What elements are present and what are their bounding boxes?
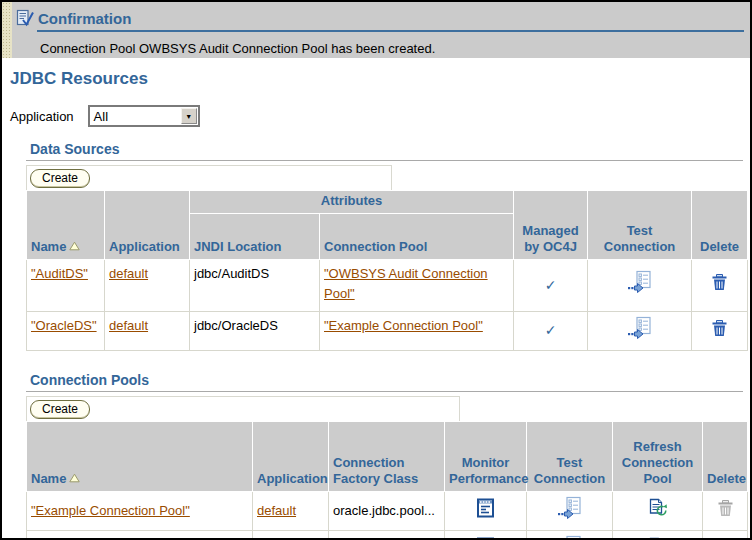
data-sources-table: Name Application Attributes Managed by O… — [26, 190, 748, 351]
refresh-connection-pool-icon[interactable] — [647, 498, 669, 519]
column-header-name[interactable]: Name — [27, 191, 105, 260]
application-link[interactable]: default — [109, 266, 148, 281]
column-header-application: Application — [105, 191, 190, 260]
column-header-application: Application — [253, 422, 329, 492]
application-link[interactable]: default — [109, 318, 148, 333]
data-sources-heading: Data Sources — [26, 141, 743, 161]
sort-ascending-icon — [69, 239, 80, 254]
connection-pool-link[interactable]: "Example Connection Pool" — [324, 318, 483, 333]
column-header-delete: Delete — [703, 422, 748, 492]
banner-divider — [37, 30, 744, 32]
application-select[interactable]: All ▼ — [88, 105, 200, 127]
table-row: "OWBSYS Audit Connection Pool" default o… — [27, 531, 748, 540]
confirmation-banner: Confirmation Connection Pool OWBSYS Audi… — [2, 2, 750, 58]
banner-title: Confirmation — [38, 10, 131, 27]
confirmation-message: Connection Pool OWBSYS Audit Connection … — [40, 41, 744, 56]
connection-pool-link[interactable]: "OWBSYS Audit Connection Pool" — [324, 266, 488, 301]
column-header-refresh-connection-pool: Refresh Connection Pool — [613, 422, 703, 492]
test-connection-icon[interactable] — [557, 535, 583, 540]
table-row: "Example Connection Pool" default oracle… — [27, 492, 748, 531]
connection-factory-class-value: oracle.jdbc.pool... — [329, 531, 445, 540]
connection-pools-heading: Connection Pools — [26, 372, 743, 392]
confirmation-document-check-icon — [16, 9, 34, 27]
column-header-test-connection: Test Connection — [527, 422, 613, 492]
connection-pools-create-button[interactable]: Create — [30, 400, 90, 419]
page-title: JDBC Resources — [10, 69, 750, 89]
sort-ascending-icon — [69, 471, 80, 486]
connection-factory-class-value: oracle.jdbc.pool... — [329, 492, 445, 531]
data-source-name-link[interactable]: "OracleDS" — [31, 318, 97, 333]
jndi-location-value: jdbc/AuditDS — [190, 260, 320, 312]
application-window: Confirmation Connection Pool OWBSYS Audi… — [0, 0, 752, 540]
application-select-value: All — [90, 109, 181, 124]
chevron-down-icon[interactable]: ▼ — [181, 108, 197, 124]
data-sources-create-button[interactable]: Create — [30, 169, 90, 188]
application-link[interactable]: default — [257, 503, 296, 518]
delete-trash-icon[interactable] — [711, 319, 728, 337]
column-header-name[interactable]: Name — [27, 422, 253, 492]
column-header-connection-pool: Connection Pool — [320, 214, 514, 260]
application-filter-label: Application — [10, 109, 74, 124]
delete-trash-icon-disabled — [717, 499, 734, 517]
column-header-managed-by-oc4j: Managed by OC4J — [514, 191, 588, 260]
data-source-name-link[interactable]: "AuditDS" — [31, 266, 88, 281]
column-header-delete: Delete — [692, 191, 748, 260]
jndi-location-value: jdbc/OracleDS — [190, 312, 320, 351]
banner-texture-strip — [2, 2, 12, 58]
monitor-performance-icon[interactable] — [476, 498, 495, 518]
table-row: "OracleDS" default jdbc/OracleDS "Exampl… — [27, 312, 748, 351]
connection-pool-name-link[interactable]: "Example Connection Pool" — [31, 503, 190, 518]
test-connection-icon[interactable] — [627, 270, 653, 294]
column-header-connection-factory-class: Connection Factory Class — [329, 422, 445, 492]
test-connection-icon[interactable] — [627, 316, 653, 340]
column-header-jndi-location: JNDI Location — [190, 214, 320, 260]
managed-checkmark-icon: ✓ — [545, 322, 557, 338]
test-connection-icon[interactable] — [557, 496, 583, 520]
column-group-attributes: Attributes — [190, 191, 514, 214]
column-header-test-connection: Test Connection — [588, 191, 692, 260]
table-row: "AuditDS" default jdbc/AuditDS "OWBSYS A… — [27, 260, 748, 312]
delete-trash-icon[interactable] — [711, 273, 728, 291]
connection-pools-table: Name Application Connection Factory Clas… — [26, 421, 748, 540]
managed-checkmark-icon: ✓ — [545, 277, 557, 293]
column-header-monitor-performance: Monitor Performance — [445, 422, 527, 492]
